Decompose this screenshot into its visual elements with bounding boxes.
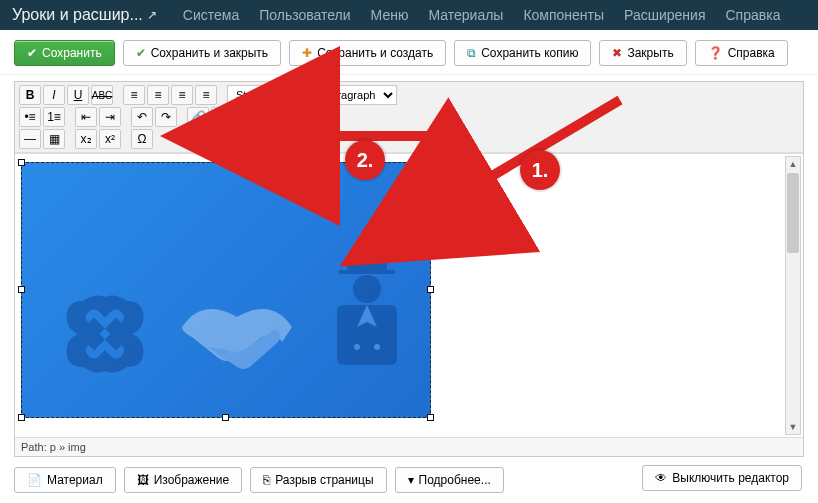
- svg-rect-4: [339, 270, 395, 274]
- vertical-scrollbar[interactable]: ▲ ▼: [785, 156, 801, 435]
- close-button[interactable]: ✖ Закрыть: [599, 40, 686, 66]
- svg-point-9: [374, 344, 380, 350]
- chevron-down-icon: ▾: [408, 474, 414, 486]
- material-label: Материал: [47, 473, 103, 487]
- svg-point-8: [354, 344, 360, 350]
- paragraph-select[interactable]: Paragraph: [315, 85, 397, 105]
- strikethrough-button[interactable]: ABC: [91, 85, 113, 105]
- insert-image-button[interactable]: [259, 107, 281, 127]
- anchor-button[interactable]: ⚓: [235, 107, 257, 127]
- number-list-button[interactable]: 1≡: [43, 107, 65, 127]
- resize-handle-mr[interactable]: [427, 286, 434, 293]
- path-text: Path: p » img: [21, 441, 86, 453]
- plus-icon: ✚: [302, 47, 312, 59]
- bold-button[interactable]: B: [19, 85, 41, 105]
- readmore-label: Подробнее...: [419, 473, 491, 487]
- editor-toolbar-row-3: — ▦ x₂ x² Ω: [19, 129, 799, 149]
- pagebreak-button[interactable]: ⎘ Разрыв страницы: [250, 467, 386, 493]
- check-icon: ✔: [136, 47, 146, 59]
- nav-users[interactable]: Пользователи: [259, 7, 350, 23]
- editor-path-bar: Path: p » img: [15, 437, 803, 456]
- bullet-list-button[interactable]: •≡: [19, 107, 41, 127]
- resize-handle-bl[interactable]: [18, 414, 25, 421]
- resize-handle-tm[interactable]: [222, 159, 229, 166]
- link-button[interactable]: 🔗: [187, 107, 209, 127]
- nav-components[interactable]: Компоненты: [523, 7, 604, 23]
- eye-icon: 👁: [655, 472, 667, 484]
- help-label: Справка: [728, 46, 775, 60]
- toggle-editor-button[interactable]: 👁 Выключить редактор: [642, 465, 802, 491]
- close-icon: ✖: [612, 47, 622, 59]
- html-button[interactable]: HTML: [307, 107, 329, 127]
- svg-point-1: [265, 113, 269, 117]
- selected-image[interactable]: [21, 162, 431, 418]
- nav-system[interactable]: Система: [183, 7, 239, 23]
- cleanup-button[interactable]: ⌫: [283, 107, 305, 127]
- check-icon: ✔: [27, 47, 37, 59]
- pagebreak-icon: ⎘: [263, 474, 270, 486]
- help-icon: ❓: [708, 47, 723, 59]
- align-right-button[interactable]: ≡: [171, 85, 193, 105]
- superscript-button[interactable]: x²: [99, 129, 121, 149]
- resize-handle-br[interactable]: [427, 414, 434, 421]
- nav-materials[interactable]: Материалы: [428, 7, 503, 23]
- align-justify-button[interactable]: ≡: [195, 85, 217, 105]
- pagebreak-label: Разрыв страницы: [275, 473, 373, 487]
- editor-panel: B I U ABC ≡ ≡ ≡ ≡ Styles Paragraph •≡ 1≡…: [14, 81, 804, 457]
- butler-graphic: [317, 257, 417, 387]
- resize-handle-ml[interactable]: [18, 286, 25, 293]
- copy-icon: ⧉: [467, 47, 476, 59]
- editor-toolbar-row-2: •≡ 1≡ ⇤ ⇥ ↶ ↷ 🔗 ✂ ⚓ ⌫ HTML: [19, 107, 799, 127]
- document-icon: 📄: [27, 474, 42, 486]
- save-new-button[interactable]: ✚ Сохранить и создать: [289, 40, 446, 66]
- save-button-label: Сохранить: [42, 46, 102, 60]
- undo-button[interactable]: ↶: [131, 107, 153, 127]
- page-title-text: Уроки и расшир...: [12, 6, 143, 24]
- nav-help[interactable]: Справка: [726, 7, 781, 23]
- redo-button[interactable]: ↷: [155, 107, 177, 127]
- save-close-label: Сохранить и закрыть: [151, 46, 268, 60]
- resize-handle-tr[interactable]: [427, 159, 434, 166]
- page-title: Уроки и расшир... ↗: [12, 6, 157, 24]
- resize-handle-bm[interactable]: [222, 414, 229, 421]
- save-copy-label: Сохранить копию: [481, 46, 578, 60]
- underline-button[interactable]: U: [67, 85, 89, 105]
- align-center-button[interactable]: ≡: [147, 85, 169, 105]
- hr-button[interactable]: —: [19, 129, 41, 149]
- action-toolbar: ✔ Сохранить ✔ Сохранить и закрыть ✚ Сохр…: [0, 30, 818, 75]
- editor-canvas[interactable]: ▲ ▼: [15, 153, 803, 437]
- scroll-down-icon[interactable]: ▼: [786, 420, 800, 434]
- outdent-button[interactable]: ⇤: [75, 107, 97, 127]
- align-left-button[interactable]: ≡: [123, 85, 145, 105]
- unlink-button[interactable]: ✂: [211, 107, 233, 127]
- save-close-button[interactable]: ✔ Сохранить и закрыть: [123, 40, 281, 66]
- external-link-icon: ↗: [147, 8, 157, 22]
- special-char-button[interactable]: Ω: [131, 129, 153, 149]
- scroll-up-icon[interactable]: ▲: [786, 157, 800, 171]
- help-button[interactable]: ❓ Справка: [695, 40, 788, 66]
- picture-icon: 🖼: [137, 474, 149, 486]
- joomla-logo-graphic: [50, 279, 160, 389]
- styles-select[interactable]: Styles: [227, 85, 313, 105]
- toggle-editor-label: Выключить редактор: [672, 471, 789, 485]
- table-button[interactable]: ▦: [43, 129, 65, 149]
- resize-handle-tl[interactable]: [18, 159, 25, 166]
- readmore-button[interactable]: ▾ Подробнее...: [395, 467, 504, 493]
- save-copy-button[interactable]: ⧉ Сохранить копию: [454, 40, 591, 66]
- svg-point-5: [353, 275, 381, 303]
- editor-toolbar-row-1: B I U ABC ≡ ≡ ≡ ≡ Styles Paragraph: [19, 85, 799, 105]
- subscript-button[interactable]: x₂: [75, 129, 97, 149]
- top-nav: Уроки и расшир... ↗ Система Пользователи…: [0, 0, 818, 30]
- svg-rect-3: [347, 262, 387, 270]
- close-label: Закрыть: [627, 46, 673, 60]
- nav-menu[interactable]: Меню: [371, 7, 409, 23]
- scroll-thumb[interactable]: [787, 173, 799, 253]
- nav-extensions[interactable]: Расширения: [624, 7, 705, 23]
- material-button[interactable]: 📄 Материал: [14, 467, 116, 493]
- italic-button[interactable]: I: [43, 85, 65, 105]
- image-button[interactable]: 🖼 Изображение: [124, 467, 243, 493]
- handshake-graphic: [172, 287, 302, 387]
- save-button[interactable]: ✔ Сохранить: [14, 40, 115, 66]
- indent-button[interactable]: ⇥: [99, 107, 121, 127]
- image-label: Изображение: [154, 473, 230, 487]
